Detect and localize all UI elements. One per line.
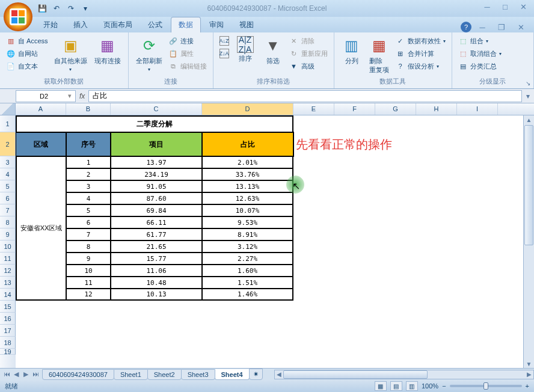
from-other-button[interactable]: ▣自其他来源▾ xyxy=(52,35,90,73)
redo-button[interactable]: ↷ xyxy=(65,2,77,14)
hscroll-thumb[interactable] xyxy=(283,370,428,379)
name-box[interactable]: D2▾ xyxy=(16,90,76,102)
row-header-8[interactable]: 8 xyxy=(0,216,16,228)
cell[interactable]: 13.97 xyxy=(111,156,202,168)
whatif-button[interactable]: ?假设分析▾ xyxy=(394,60,447,72)
cell[interactable]: 1.51% xyxy=(202,277,293,289)
close-button[interactable]: ✕ xyxy=(515,1,532,12)
dialog-launcher[interactable]: ↘ xyxy=(524,79,532,87)
row-header-5[interactable]: 5 xyxy=(0,180,16,192)
cell[interactable]: 11 xyxy=(66,277,111,289)
from-text-button[interactable]: 📄自文本 xyxy=(5,60,49,72)
row-header-17[interactable]: 17 xyxy=(0,325,16,337)
tab-formulas[interactable]: 公式 xyxy=(141,17,170,32)
sheet-tab-1[interactable]: Sheet1 xyxy=(114,369,148,380)
select-all-button[interactable] xyxy=(0,103,16,115)
tab-insert[interactable]: 插入 xyxy=(66,17,95,32)
advanced-button[interactable]: ▼高级 xyxy=(288,60,329,72)
cell[interactable]: 8.91% xyxy=(202,228,293,240)
col-header-B[interactable]: B xyxy=(66,103,111,115)
row-header-13[interactable]: 13 xyxy=(0,277,16,289)
cell[interactable]: 21.65 xyxy=(111,240,202,253)
cell[interactable]: 安徽省XX区域 xyxy=(16,156,66,301)
filter-button[interactable]: ▼筛选 xyxy=(260,35,286,67)
doc-restore-button[interactable]: ❐ xyxy=(493,22,510,32)
row-header-9[interactable]: 9 xyxy=(0,228,16,240)
sort-asc-button[interactable]: A↓Z xyxy=(218,35,230,47)
cells-area[interactable]: ↖ 二季度分解区域序号项目占比安徽省XX区域113.972.01%2234.19… xyxy=(16,115,534,380)
cell[interactable]: 2.27% xyxy=(202,253,293,265)
tab-review[interactable]: 审阅 xyxy=(202,17,231,32)
col-header-G[interactable]: G xyxy=(375,103,416,115)
row-header-12[interactable]: 12 xyxy=(0,265,16,277)
save-button[interactable]: 💾 xyxy=(36,2,48,14)
row-header-6[interactable]: 6 xyxy=(0,192,16,204)
cell[interactable]: 区域 xyxy=(16,132,66,156)
tab-home[interactable]: 开始 xyxy=(36,17,65,32)
cell[interactable]: 9 xyxy=(66,253,111,265)
cell[interactable]: 87.60 xyxy=(111,192,202,204)
chevron-down-icon[interactable]: ▾ xyxy=(68,92,72,100)
row-header-18[interactable]: 18 xyxy=(0,337,16,349)
fx-button[interactable]: fx xyxy=(79,92,85,100)
col-header-I[interactable]: I xyxy=(457,103,498,115)
row-header-15[interactable]: 15 xyxy=(0,301,16,313)
sheet-tab-0[interactable]: 6040609424930087 xyxy=(42,369,114,380)
cell[interactable]: 91.05 xyxy=(111,180,202,192)
col-header-A[interactable]: A xyxy=(16,103,66,115)
cell[interactable]: 10.13 xyxy=(111,289,202,301)
active-cell[interactable]: 占比 xyxy=(202,132,293,156)
sheet-tab-2[interactable]: Sheet2 xyxy=(147,369,182,380)
cell[interactable]: 10.48 xyxy=(111,277,202,289)
view-pagebreak-button[interactable]: ▥ xyxy=(406,381,418,391)
subtotal-button[interactable]: ▤分类汇总 xyxy=(457,60,503,72)
existing-conn-button[interactable]: ▦现有连接 xyxy=(92,35,123,67)
text-to-columns-button[interactable]: ▥分列 xyxy=(339,35,364,67)
cell[interactable]: 4 xyxy=(66,192,111,204)
scroll-up-button[interactable]: ▲ xyxy=(524,115,534,124)
row-header-2[interactable]: 2 xyxy=(0,132,16,156)
cell[interactable]: 15.77 xyxy=(111,253,202,265)
row-header-10[interactable]: 10 xyxy=(0,240,16,253)
cell[interactable]: 61.77 xyxy=(111,228,202,240)
group-button[interactable]: ⬚组合▾ xyxy=(457,35,503,47)
row-header-7[interactable]: 7 xyxy=(0,204,16,216)
zoom-in-button[interactable]: + xyxy=(526,382,529,390)
zoom-level[interactable]: 100% xyxy=(422,382,438,390)
cell[interactable]: 2.01% xyxy=(202,156,293,168)
new-sheet-button[interactable]: ✷ xyxy=(249,369,263,380)
cell[interactable]: 8 xyxy=(66,240,111,253)
cell[interactable]: 10.07% xyxy=(202,204,293,216)
consolidate-button[interactable]: ⊞合并计算 xyxy=(394,47,447,60)
col-header-C[interactable]: C xyxy=(111,103,202,115)
col-header-F[interactable]: F xyxy=(334,103,375,115)
edit-links-button[interactable]: ⧉编辑链接 xyxy=(167,60,208,72)
doc-close-button[interactable]: ✕ xyxy=(512,22,529,32)
connections-button[interactable]: 🔗连接 xyxy=(167,35,208,47)
cell[interactable]: 5 xyxy=(66,204,111,216)
office-button[interactable] xyxy=(4,2,32,31)
vscroll-thumb[interactable] xyxy=(524,125,533,245)
tab-pagelayout[interactable]: 页面布局 xyxy=(96,17,140,32)
row-header-16[interactable]: 16 xyxy=(0,313,16,325)
cell[interactable]: 项目 xyxy=(111,132,202,156)
zoom-out-button[interactable]: − xyxy=(442,382,446,390)
remove-duplicates-button[interactable]: ▦删除 重复项 xyxy=(367,35,392,76)
clear-filter-button[interactable]: ✕清除 xyxy=(288,35,329,47)
cell[interactable]: 66.11 xyxy=(111,216,202,228)
cell[interactable]: 12.63% xyxy=(202,192,293,204)
cell[interactable]: 序号 xyxy=(66,132,111,156)
scroll-down-button[interactable]: ▼ xyxy=(524,360,534,368)
vertical-scrollbar[interactable]: ▲ ▼ xyxy=(523,115,534,368)
horizontal-scrollbar[interactable]: ◀ ▶ xyxy=(274,370,534,379)
sheet-prev-button[interactable]: ◀ xyxy=(12,370,20,378)
expand-formula-bar[interactable]: ▾ xyxy=(522,92,534,100)
qat-dropdown[interactable]: ▾ xyxy=(79,2,91,14)
scroll-left-button[interactable]: ◀ xyxy=(275,370,283,379)
tab-view[interactable]: 视图 xyxy=(232,17,261,32)
zoom-thumb[interactable] xyxy=(483,382,488,390)
formula-input[interactable]: 占比 xyxy=(88,90,522,102)
ungroup-button[interactable]: ⬚取消组合▾ xyxy=(457,47,503,60)
cell[interactable]: 二季度分解 xyxy=(16,115,293,132)
cell[interactable]: 12 xyxy=(66,289,111,301)
